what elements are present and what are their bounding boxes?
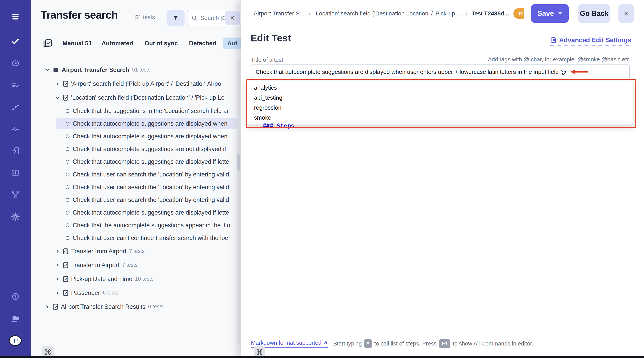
tree-suite-row[interactable]: Pick-up Date and Time 10 tests: [31, 272, 241, 286]
tree-folder-row[interactable]: Airport Transfer Search 51 tests: [31, 63, 241, 77]
external-link-icon: [323, 340, 328, 345]
projects-folder-icon[interactable]: [11, 314, 20, 323]
settings-gear-icon[interactable]: [11, 212, 20, 221]
go-back-label: Go Back: [580, 9, 608, 18]
tree-count: 7 tests: [129, 248, 145, 254]
tree-suite-row[interactable]: 'Location' search field ('Destination Lo…: [31, 91, 241, 105]
tree-test-row[interactable]: Check that autocomplete suggestings are …: [31, 143, 241, 155]
tabs-divider: [31, 59, 241, 59]
tab-chip-clipped[interactable]: Aut: [222, 38, 242, 49]
suite-doc-icon: [63, 81, 68, 87]
test-title-value: Check that autocomplete suggestions are …: [256, 69, 566, 75]
test-circle-icon: [65, 109, 70, 113]
tree-test-row-selected[interactable]: Check that autocomplete suggestions are …: [31, 117, 241, 130]
chevron-right-icon[interactable]: [55, 249, 60, 254]
chevron-right-icon[interactable]: [55, 263, 60, 268]
tree-test-row[interactable]: Check that autocomplete suggestions are …: [31, 130, 241, 143]
sign-in-icon[interactable]: [11, 146, 20, 155]
edit-test-topbar: Airport Transfer S... › 'Location' searc…: [241, 0, 644, 27]
menu-icon[interactable]: [10, 12, 20, 21]
tree-suite-row[interactable]: 'Airport' search field ('Pick-up Airport…: [31, 77, 241, 91]
test-circle-icon: [65, 134, 70, 139]
tag-option-regression[interactable]: regression: [247, 105, 633, 111]
tree-suite-row[interactable]: Passenger 6 tests: [31, 286, 241, 300]
editor-footer-hint: Markdown format supported . Start typing…: [251, 339, 533, 348]
go-back-button[interactable]: Go Back: [578, 4, 610, 23]
tree-count: 0 tests: [148, 304, 164, 310]
tree-test-row[interactable]: Check that user can search the 'Location…: [31, 181, 241, 193]
tree-label: Transfer from Airport: [71, 248, 126, 255]
breadcrumb-suite[interactable]: 'Location' search field ('Destination Lo…: [314, 10, 462, 17]
window-bottom-edge: [0, 356, 644, 358]
tree-label: Transfer to Airport: [71, 262, 119, 269]
tree-count: 6 tests: [103, 290, 118, 296]
steps-icon[interactable]: [11, 103, 20, 112]
tab-detached[interactable]: Detached: [189, 40, 216, 47]
tree-test-row[interactable]: Check that autocomplete suggestings are …: [31, 155, 241, 168]
suite-doc-icon: [63, 248, 68, 254]
breadcrumb-separator: ›: [464, 9, 468, 18]
test-circle-icon: [65, 147, 70, 151]
chevron-right-icon[interactable]: [45, 304, 50, 309]
tree-label: Check that autocomplete suggestings are …: [73, 146, 226, 153]
select-all-icon[interactable]: [43, 39, 53, 49]
filter-button[interactable]: [166, 10, 184, 26]
tree-test-row[interactable]: Check that the autocomplete suggestions …: [31, 219, 241, 232]
reports-icon[interactable]: [11, 168, 20, 177]
chevron-right-icon[interactable]: [55, 81, 60, 86]
tags-hint: Add tags with @ char, for example: @smok…: [488, 56, 631, 63]
chevron-right-icon[interactable]: [55, 276, 60, 282]
search-clear-button[interactable]: ×: [225, 11, 240, 26]
activity-icon[interactable]: [11, 125, 20, 134]
test-circle-icon: [65, 159, 70, 164]
test-tree: Airport Transfer Search 51 tests 'Airpor…: [31, 63, 241, 314]
markdown-link-label: Markdown format supported: [251, 340, 322, 346]
breadcrumb-test: Test T2435d...: [472, 10, 509, 17]
tag-option-api-testing[interactable]: api_testing: [247, 95, 633, 101]
tree-count: 51 tests: [132, 67, 150, 73]
advanced-edit-settings-label: Advanced Edit Settings: [559, 36, 631, 44]
tree-label: Check that the autocomplete suggestions …: [73, 222, 230, 229]
tree-scrollbar-thumb[interactable]: [237, 154, 240, 171]
chevron-down-icon[interactable]: [55, 95, 60, 100]
tab-manual[interactable]: Manual 51: [62, 40, 92, 47]
breadcrumb-project[interactable]: Airport Transfer S...: [254, 10, 304, 17]
test-circle-icon: [65, 198, 70, 202]
integrations-icon[interactable]: [11, 190, 20, 199]
tree-test-row[interactable]: Check that the suggestions in the 'Locat…: [31, 105, 241, 117]
chevron-right-icon[interactable]: [55, 290, 60, 295]
save-button[interactable]: Save: [531, 4, 569, 23]
tree-test-row[interactable]: Check that user can search the 'Location…: [31, 193, 241, 206]
test-title-input[interactable]: Check that autocomplete suggestions are …: [251, 65, 630, 79]
tree-test-row[interactable]: Check that autocomplete suggestings are …: [31, 206, 241, 219]
tab-automated[interactable]: Automated: [102, 40, 133, 47]
close-button[interactable]: ×: [618, 4, 634, 23]
save-dropdown-caret-icon[interactable]: [558, 12, 562, 15]
suite-doc-icon: [63, 290, 68, 296]
avatar[interactable]: T: [9, 335, 22, 346]
svg-text:?: ?: [14, 294, 16, 299]
suite-tests-count: 51 tests: [135, 14, 155, 21]
tree-label: Airport Transfer Search: [62, 67, 129, 74]
advanced-edit-settings-link[interactable]: Advanced Edit Settings: [550, 36, 631, 46]
chevron-down-icon[interactable]: [45, 67, 50, 73]
tree-label: Check that autocomplete suggestings are …: [73, 158, 229, 165]
tree-test-row[interactable]: Check that user can't continue transfer …: [31, 232, 241, 244]
tree-test-row[interactable]: Check that user can search the 'Location…: [31, 168, 241, 181]
breadcrumb-test-id: T2435d...: [484, 10, 509, 17]
tree-suite-row[interactable]: Transfer to Airport 7 tests: [31, 258, 241, 272]
hint-text: to call list of steps. Press: [374, 340, 436, 347]
suite-title: Transfer search: [40, 9, 118, 21]
tag-option-smoke[interactable]: smoke: [247, 115, 633, 121]
tab-out-of-sync[interactable]: Out of sync: [144, 40, 178, 47]
test-plans-icon[interactable]: [11, 81, 20, 90]
tag-option-analytics[interactable]: analytics: [247, 85, 633, 91]
suite-doc-icon: [63, 262, 68, 268]
test-runs-icon[interactable]: [11, 59, 20, 68]
help-icon[interactable]: ?: [11, 292, 20, 301]
tree-suite-row[interactable]: Airport Transfer Search Results 0 tests: [31, 300, 241, 314]
advanced-settings-icon: [550, 37, 557, 44]
tree-suite-row[interactable]: Transfer from Airport 7 tests: [31, 244, 241, 258]
tree-scrollbar-track: [237, 61, 240, 344]
tests-icon[interactable]: [11, 37, 20, 46]
